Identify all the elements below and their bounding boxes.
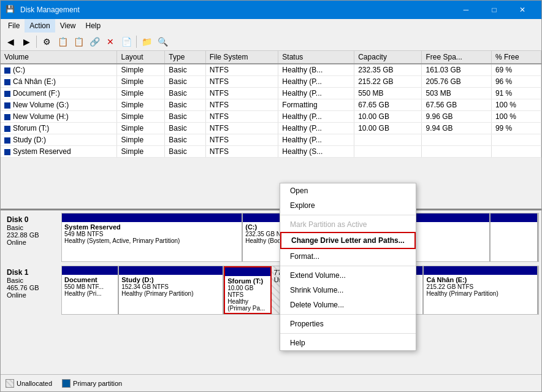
context-menu-item[interactable]: Open bbox=[280, 183, 416, 198]
table-cell: Basic bbox=[165, 123, 205, 134]
table-cell: 10.00 GB bbox=[354, 123, 422, 134]
table-cell: 67.65 GB bbox=[354, 99, 422, 111]
disk-row-1: Disk 1 Basic 465.76 GB OnlineDocument 55… bbox=[3, 266, 539, 315]
maximize-button[interactable]: □ bbox=[480, 1, 508, 19]
table-row[interactable]: Study (D:)SimpleBasicNTFSHealthy (P... bbox=[1, 134, 541, 146]
minimize-button[interactable]: ─ bbox=[452, 1, 480, 19]
toolbar-btn6[interactable]: 📄 bbox=[119, 34, 134, 49]
disk-row-0: Disk 0 Basic 232.88 GB OnlineSystem Rese… bbox=[3, 213, 539, 262]
partition-size: 152.34 GB NTFS bbox=[121, 283, 220, 290]
context-menu: OpenExploreMark Partition as ActiveChang… bbox=[280, 183, 416, 351]
table-row[interactable]: New Volume (G:)SimpleBasicNTFSFormatting… bbox=[1, 99, 541, 111]
partition-content: System Reserved 549 MB NTFS Healthy (Sys… bbox=[62, 222, 242, 245]
col-status[interactable]: Status bbox=[278, 51, 354, 64]
partition-content: Sforum (T:) 10.00 GB NTFS Healthy (Prima… bbox=[225, 276, 270, 313]
col-pct[interactable]: % Free bbox=[491, 51, 541, 64]
context-menu-item[interactable]: Help bbox=[280, 336, 416, 350]
partition-size: 549 MB NTFS bbox=[64, 231, 239, 237]
table-cell: NTFS bbox=[205, 99, 278, 111]
table-cell: NTFS bbox=[205, 134, 278, 146]
toolbar-btn2[interactable]: 📋 bbox=[55, 34, 70, 49]
toolbar-btn7[interactable]: 📁 bbox=[139, 34, 154, 49]
table-cell: Document (F:) bbox=[1, 88, 117, 99]
partition-header-bar bbox=[119, 266, 223, 275]
col-fs[interactable]: File System bbox=[205, 51, 278, 64]
table-cell bbox=[422, 146, 491, 158]
table-cell: 503 MB bbox=[422, 88, 491, 99]
toolbar-btn3[interactable]: 📋 bbox=[71, 34, 86, 49]
table-cell: Simple bbox=[117, 64, 165, 76]
partition-status: Healthy (Primary Partition) bbox=[121, 290, 220, 297]
table-cell: Healthy (B... bbox=[278, 64, 354, 76]
table-row[interactable]: Cá Nhân (E:)SimpleBasicNTFSHealthy (P...… bbox=[1, 76, 541, 88]
context-menu-item[interactable]: Format... bbox=[280, 249, 416, 264]
context-menu-item[interactable]: Change Drive Letter and Paths... bbox=[280, 232, 416, 249]
table-cell: 67.56 GB bbox=[422, 99, 491, 111]
table-cell: 91 % bbox=[491, 88, 541, 99]
table-cell: Simple bbox=[117, 88, 165, 99]
col-layout[interactable]: Layout bbox=[117, 51, 165, 64]
table-cell: Formatting bbox=[278, 99, 354, 111]
menu-action[interactable]: Action bbox=[25, 19, 55, 33]
table-cell: Study (D:) bbox=[1, 134, 117, 146]
table-cell: Sforum (T:) bbox=[1, 123, 117, 134]
close-button[interactable]: ✕ bbox=[508, 1, 536, 19]
table-row[interactable]: Document (F:)SimpleBasicNTFSHealthy (P..… bbox=[1, 88, 541, 99]
main-content: Volume Layout Type File System Status Ca… bbox=[1, 51, 541, 391]
disk-partition[interactable]: Sforum (T:) 10.00 GB NTFS Healthy (Prima… bbox=[224, 266, 272, 314]
toolbar-btn5[interactable]: ✕ bbox=[103, 34, 118, 49]
legend-unalloc-label: Unallocated bbox=[17, 380, 52, 387]
disk-partition[interactable]: Study (D:) 152.34 GB NTFS Healthy (Prima… bbox=[119, 266, 224, 314]
disk-size: 232.88 GB bbox=[7, 231, 58, 239]
table-cell: Basic bbox=[165, 76, 205, 88]
table-cell: Cá Nhân (E:) bbox=[1, 76, 117, 88]
context-menu-item[interactable]: Shrink Volume... bbox=[280, 283, 416, 298]
table-cell: Basic bbox=[165, 88, 205, 99]
col-volume[interactable]: Volume bbox=[1, 51, 117, 64]
disk-partition[interactable]: Cá Nhân (E:) 215.22 GB NTFS Healthy (Pri… bbox=[424, 266, 538, 314]
context-menu-item[interactable]: Properties bbox=[280, 317, 416, 331]
context-menu-separator bbox=[280, 266, 416, 266]
menu-help[interactable]: Help bbox=[81, 19, 106, 33]
table-cell: NTFS bbox=[205, 88, 278, 99]
toolbar-back[interactable]: ◀ bbox=[3, 34, 18, 49]
table-cell: Basic bbox=[165, 146, 205, 158]
col-free[interactable]: Free Spa... bbox=[422, 51, 491, 64]
table-cell: Healthy (P... bbox=[278, 76, 354, 88]
disk-name: Disk 1 bbox=[7, 268, 58, 277]
context-menu-item[interactable]: Delete Volume... bbox=[280, 298, 416, 312]
toolbar-btn1[interactable]: ⚙ bbox=[39, 34, 54, 49]
main-window: 💾 Disk Management ─ □ ✕ File Action View… bbox=[0, 0, 542, 392]
toolbar-btn4[interactable]: 🔗 bbox=[87, 34, 102, 49]
legend-primary-box bbox=[62, 379, 71, 388]
context-menu-item[interactable]: Explore bbox=[280, 198, 416, 213]
partition-content: Study (D:) 152.34 GB NTFS Healthy (Prima… bbox=[119, 275, 223, 298]
partition-status: Healthy (Primary Partition) bbox=[426, 290, 534, 297]
menu-file[interactable]: File bbox=[3, 19, 25, 33]
table-row[interactable]: New Volume (H:)SimpleBasicNTFSHealthy (P… bbox=[1, 111, 541, 123]
context-menu-item[interactable]: Extend Volume... bbox=[280, 268, 416, 283]
table-cell: Basic bbox=[165, 111, 205, 123]
partition-name: Cá Nhân (E:) bbox=[426, 276, 534, 283]
table-cell: 100 % bbox=[491, 99, 541, 111]
table-cell: Healthy (P... bbox=[278, 123, 354, 134]
menu-view[interactable]: View bbox=[55, 19, 81, 33]
disk-partition[interactable]: Document 550 MB NTF... Healthy (Pri... bbox=[62, 266, 119, 314]
col-capacity[interactable]: Capacity bbox=[354, 51, 422, 64]
toolbar-forward[interactable]: ▶ bbox=[19, 34, 34, 49]
table-cell bbox=[354, 146, 422, 158]
toolbar-btn8[interactable]: 🔍 bbox=[155, 34, 170, 49]
partition-content: Document 550 MB NTF... Healthy (Pri... bbox=[62, 275, 118, 298]
disk-partition[interactable] bbox=[490, 213, 538, 261]
table-row[interactable]: (C:)SimpleBasicNTFSHealthy (B...232.35 G… bbox=[1, 64, 541, 76]
table-cell: Basic bbox=[165, 64, 205, 76]
table-cell: (C:) bbox=[1, 64, 117, 76]
disk-type: Basic bbox=[7, 277, 58, 284]
legend-unalloc-box bbox=[6, 379, 14, 388]
col-type[interactable]: Type bbox=[165, 51, 205, 64]
table-cell bbox=[491, 146, 541, 158]
table-cell: Simple bbox=[117, 76, 165, 88]
table-row[interactable]: Sforum (T:)SimpleBasicNTFSHealthy (P...1… bbox=[1, 123, 541, 134]
disk-partition[interactable]: System Reserved 549 MB NTFS Healthy (Sys… bbox=[62, 213, 243, 261]
table-row[interactable]: System ReservedSimpleBasicNTFSHealthy (S… bbox=[1, 146, 541, 158]
